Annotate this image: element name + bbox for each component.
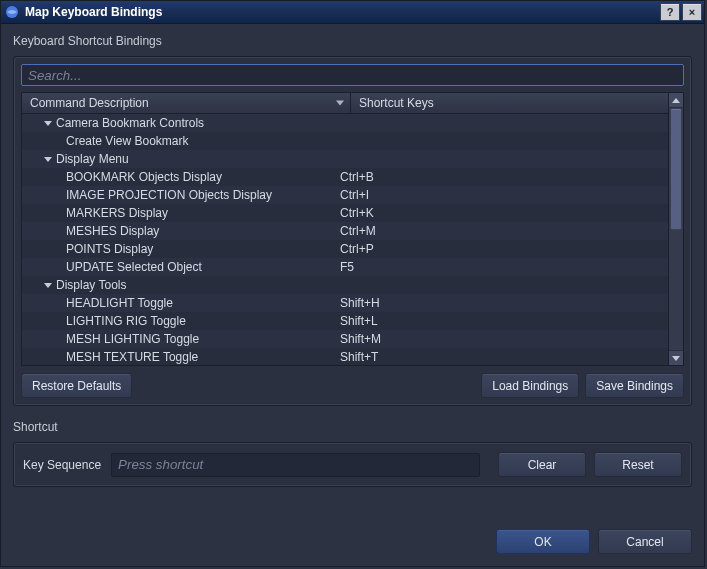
window-title: Map Keyboard Bindings <box>25 5 658 19</box>
command-label: HEADLIGHT Toggle <box>66 296 173 310</box>
command-label: BOOKMARK Objects Display <box>66 170 222 184</box>
save-bindings-button[interactable]: Save Bindings <box>585 373 684 398</box>
command-label: UPDATE Selected Object <box>66 260 202 274</box>
table-row[interactable]: MESHES DisplayCtrl+M <box>22 222 668 240</box>
table-row[interactable]: POINTS DisplayCtrl+P <box>22 240 668 258</box>
bindings-buttons-row: Restore Defaults Load Bindings Save Bind… <box>21 373 684 398</box>
table-row[interactable]: HEADLIGHT ToggleShift+H <box>22 294 668 312</box>
shortcut-label: Ctrl+M <box>340 224 376 238</box>
table-row[interactable]: MESH TEXTURE ToggleShift+T <box>22 348 668 365</box>
table-row[interactable]: UPDATE Selected ObjectF5 <box>22 258 668 276</box>
load-bindings-button[interactable]: Load Bindings <box>481 373 579 398</box>
search-input[interactable] <box>21 64 684 86</box>
shortcut-section-label: Shortcut <box>13 420 692 434</box>
sort-indicator-icon <box>336 101 344 106</box>
command-label: Create View Bookmark <box>66 134 189 148</box>
command-label: Display Menu <box>56 152 129 166</box>
shortcut-label: Shift+H <box>340 296 380 310</box>
command-label: POINTS Display <box>66 242 153 256</box>
shortcut-label: Ctrl+I <box>340 188 369 202</box>
command-label: MESH TEXTURE Toggle <box>66 350 198 364</box>
reset-button[interactable]: Reset <box>594 452 682 477</box>
dialog-window: Map Keyboard Bindings ? × Keyboard Short… <box>0 0 705 567</box>
expand-caret-icon[interactable] <box>44 157 52 162</box>
app-icon <box>5 5 19 19</box>
table-row[interactable]: MESH LIGHTING ToggleShift+M <box>22 330 668 348</box>
restore-defaults-button[interactable]: Restore Defaults <box>21 373 132 398</box>
close-button[interactable]: × <box>682 3 702 21</box>
help-button[interactable]: ? <box>660 3 680 21</box>
dialog-footer: OK Cancel <box>1 515 704 566</box>
table-row[interactable]: Display Menu <box>22 150 668 168</box>
shortcut-label: Shift+T <box>340 350 378 364</box>
scroll-thumb[interactable] <box>670 108 682 230</box>
shortcut-label: Ctrl+B <box>340 170 374 184</box>
table-row[interactable]: MARKERS DisplayCtrl+K <box>22 204 668 222</box>
shortcut-label: Shift+M <box>340 332 381 346</box>
scroll-up-icon[interactable] <box>669 93 683 108</box>
command-label: Camera Bookmark Controls <box>56 116 204 130</box>
vertical-scrollbar[interactable] <box>668 93 683 365</box>
table-row[interactable]: Display Tools <box>22 276 668 294</box>
command-label: Display Tools <box>56 278 126 292</box>
titlebar: Map Keyboard Bindings ? × <box>1 1 704 24</box>
tree-header: Command Description Shortcut Keys <box>22 93 668 114</box>
key-sequence-input[interactable] <box>111 453 480 477</box>
bindings-tree: Command Description Shortcut Keys Camera… <box>21 92 684 366</box>
expand-caret-icon[interactable] <box>44 283 52 288</box>
command-label: MESH LIGHTING Toggle <box>66 332 199 346</box>
table-row[interactable]: IMAGE PROJECTION Objects DisplayCtrl+I <box>22 186 668 204</box>
table-row[interactable]: BOOKMARK Objects DisplayCtrl+B <box>22 168 668 186</box>
shortcut-label: F5 <box>340 260 354 274</box>
command-label: MESHES Display <box>66 224 159 238</box>
command-label: IMAGE PROJECTION Objects Display <box>66 188 272 202</box>
shortcut-label: Ctrl+P <box>340 242 374 256</box>
dialog-body: Keyboard Shortcut Bindings Command Descr… <box>1 24 704 515</box>
table-row[interactable]: Camera Bookmark Controls <box>22 114 668 132</box>
bindings-section-label: Keyboard Shortcut Bindings <box>13 34 692 48</box>
cancel-button[interactable]: Cancel <box>598 529 692 554</box>
shortcut-label: Shift+L <box>340 314 378 328</box>
rows-host: Camera Bookmark ControlsCreate View Book… <box>22 114 668 365</box>
table-row[interactable]: Create View Bookmark <box>22 132 668 150</box>
column-shortcut[interactable]: Shortcut Keys <box>351 93 668 113</box>
scroll-down-icon[interactable] <box>669 350 683 365</box>
ok-button[interactable]: OK <box>496 529 590 554</box>
column-shortcut-label: Shortcut Keys <box>359 96 434 110</box>
expand-caret-icon[interactable] <box>44 121 52 126</box>
command-label: MARKERS Display <box>66 206 168 220</box>
key-sequence-label: Key Sequence <box>23 458 101 472</box>
table-row[interactable]: LIGHTING RIG ToggleShift+L <box>22 312 668 330</box>
column-command[interactable]: Command Description <box>22 93 351 113</box>
column-command-label: Command Description <box>30 96 149 110</box>
clear-button[interactable]: Clear <box>498 452 586 477</box>
shortcut-panel: Key Sequence Clear Reset <box>13 442 692 487</box>
command-label: LIGHTING RIG Toggle <box>66 314 186 328</box>
shortcut-label: Ctrl+K <box>340 206 374 220</box>
bindings-panel: Command Description Shortcut Keys Camera… <box>13 56 692 406</box>
